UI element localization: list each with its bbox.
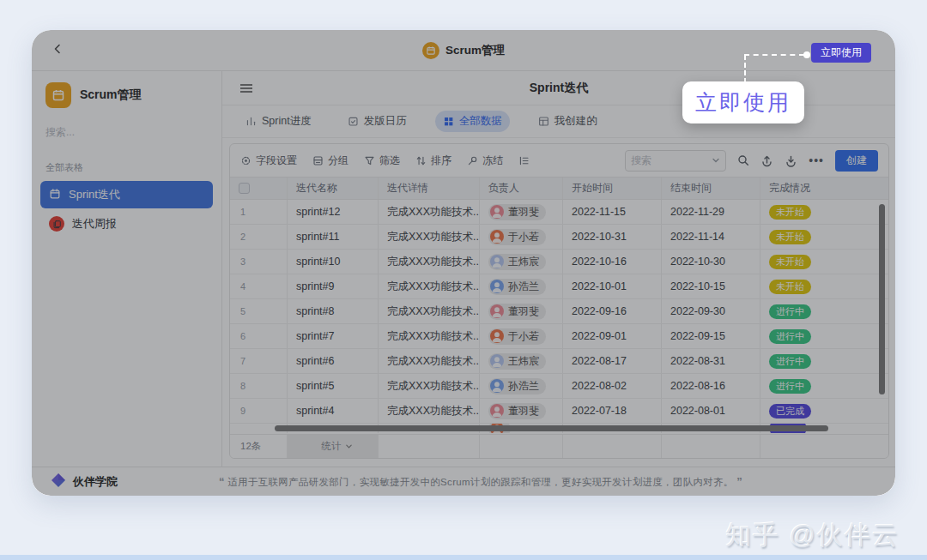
use-now-button[interactable]: 立即使用 [811,43,871,63]
callout-connector-horizontal [744,54,804,56]
watermark: 知乎 @伙伴云 [725,518,900,553]
callout-connector-vertical [744,55,746,83]
bottom-strip [0,555,927,560]
use-now-callout: 立即使用 [682,81,804,123]
page-background: Scrum管理 立即使用 Scrum管理 全部表格 Sprint迭代迭代周报 [0,0,927,560]
callout-connector-dot [803,51,810,58]
app-window: Scrum管理 立即使用 Scrum管理 全部表格 Sprint迭代迭代周报 [32,30,895,496]
